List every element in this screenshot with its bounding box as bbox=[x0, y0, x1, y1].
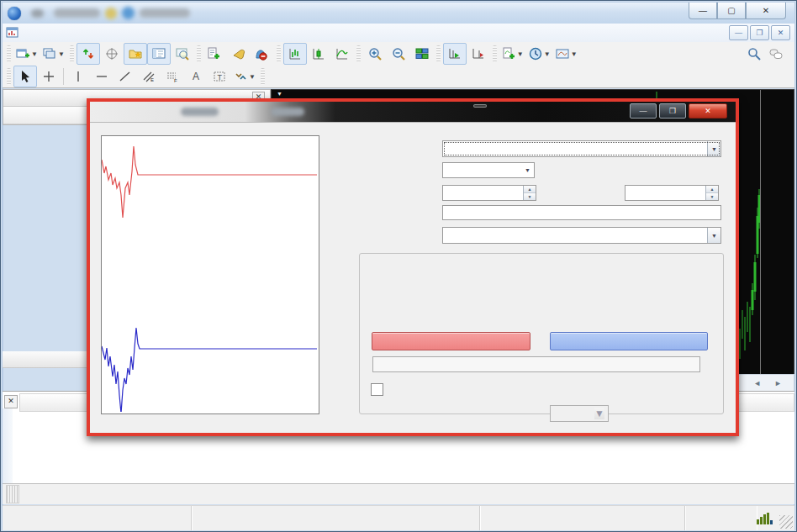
strategy-tester-button[interactable] bbox=[171, 43, 194, 65]
candlestick-chart-button[interactable] bbox=[307, 43, 330, 65]
mdi-restore-button[interactable]: ❐ bbox=[750, 25, 769, 40]
autotrading-button[interactable] bbox=[251, 43, 274, 65]
comment-input[interactable] bbox=[442, 205, 721, 220]
tick-chart bbox=[101, 135, 319, 414]
dialog-close-button[interactable]: ✕ bbox=[689, 103, 727, 119]
alert-horn-button[interactable] bbox=[227, 43, 251, 65]
toolbar-grip[interactable] bbox=[493, 45, 497, 62]
toolbar-grip[interactable] bbox=[356, 45, 361, 62]
redacted-text bbox=[181, 108, 219, 116]
fibonacci-tool-button[interactable]: F bbox=[161, 66, 184, 87]
toolbar-separator bbox=[63, 68, 64, 85]
cursor-tool-button[interactable] bbox=[13, 66, 37, 87]
mdi-window-controls: — ❐ ✕ bbox=[729, 25, 790, 40]
terminal-grip[interactable] bbox=[6, 485, 19, 503]
dialog-restore-button[interactable]: ❐ bbox=[659, 103, 686, 119]
buy-button[interactable] bbox=[550, 332, 708, 350]
standard-toolbar: ▼ ▼ ▼ ▼ ▼ bbox=[3, 42, 794, 66]
redacted-text bbox=[271, 108, 304, 116]
chart-window-label bbox=[473, 104, 487, 108]
market-watch-toggle-button[interactable] bbox=[77, 43, 100, 65]
periods-button[interactable]: ▼ bbox=[526, 43, 553, 65]
mdi-minimize-button[interactable]: — bbox=[729, 25, 748, 40]
deviation-checkbox-row bbox=[371, 383, 388, 396]
redacted-icon bbox=[122, 7, 135, 19]
scroll-right-icon[interactable]: ► bbox=[774, 379, 782, 387]
chart-shift-button[interactable] bbox=[467, 43, 490, 65]
toolbar-grip[interactable] bbox=[277, 45, 281, 62]
tile-windows-button[interactable] bbox=[410, 43, 434, 65]
toolbar-grip[interactable] bbox=[197, 45, 201, 62]
toolbar-grip[interactable] bbox=[261, 68, 265, 85]
drawing-toolbar: E F A T ▼ bbox=[3, 66, 794, 88]
mdi-close-button[interactable]: ✕ bbox=[771, 25, 790, 40]
chat-community-icon[interactable] bbox=[769, 47, 783, 61]
chevron-down-icon: ▼ bbox=[594, 408, 604, 419]
stop-loss-input[interactable]: ▲▼ bbox=[442, 185, 536, 201]
chart-window-icon bbox=[6, 26, 19, 40]
trendline-tool-button[interactable] bbox=[113, 66, 137, 87]
max-deviation-select[interactable]: ▼ bbox=[550, 405, 609, 422]
title-bar bbox=[3, 3, 794, 24]
stop-loss-spinner[interactable]: ▲▼ bbox=[523, 186, 536, 200]
bar-chart-button[interactable] bbox=[283, 43, 307, 65]
terminal-tabs-bar bbox=[3, 483, 794, 504]
chevron-down-icon[interactable]: ▼ bbox=[707, 141, 720, 156]
volume-select[interactable]: ▼ bbox=[442, 162, 535, 178]
new-order-button[interactable] bbox=[203, 43, 227, 65]
svg-text:E: E bbox=[150, 77, 154, 82]
status-chart-name bbox=[3, 506, 192, 530]
order-dialog: — ❐ ✕ ▼ ▼ bbox=[87, 98, 739, 436]
status-cell bbox=[685, 506, 757, 530]
order-dialog-titlebar[interactable]: — ❐ ✕ bbox=[90, 102, 736, 122]
arrows-tool-button[interactable]: ▼ bbox=[231, 66, 258, 87]
menu-bar: — ❐ ✕ bbox=[3, 24, 794, 43]
deviation-checkbox[interactable] bbox=[371, 383, 383, 396]
indicators-button[interactable]: ▼ bbox=[499, 43, 526, 65]
dialog-minimize-button[interactable]: — bbox=[630, 103, 657, 119]
sell-button[interactable] bbox=[372, 332, 530, 350]
new-chart-button[interactable]: ▼ bbox=[13, 43, 40, 65]
profiles-button[interactable]: ▼ bbox=[40, 43, 67, 65]
channel-tool-button[interactable]: E bbox=[137, 66, 161, 87]
toolbar-grip[interactable] bbox=[7, 68, 11, 85]
toolbar-grip[interactable] bbox=[436, 45, 441, 62]
chevron-down-icon[interactable]: ▼ bbox=[707, 228, 720, 243]
svg-text:A: A bbox=[193, 71, 199, 82]
tick-lines bbox=[102, 136, 317, 412]
price-scale[interactable] bbox=[760, 90, 796, 375]
text-tool-button[interactable]: A bbox=[184, 66, 208, 87]
close-button[interactable]: ✕ bbox=[746, 3, 786, 19]
window-controls: — ▢ ✕ bbox=[689, 3, 786, 19]
symbol-select[interactable]: ▼ bbox=[442, 140, 721, 157]
dialog-window-controls: — ❐ ✕ bbox=[630, 103, 727, 119]
take-profit-spinner[interactable]: ▲▼ bbox=[705, 186, 718, 200]
instant-execution-group: ▼ bbox=[359, 253, 724, 414]
templates-button[interactable]: ▼ bbox=[553, 43, 580, 65]
zoom-in-button[interactable] bbox=[363, 43, 387, 65]
search-icon[interactable] bbox=[747, 47, 761, 61]
close-terminal-icon[interactable]: ✕ bbox=[4, 395, 18, 408]
scroll-left-icon[interactable]: ◄ bbox=[753, 379, 761, 387]
resize-grip[interactable] bbox=[779, 515, 793, 529]
vertical-line-tool-button[interactable] bbox=[66, 66, 90, 87]
line-chart-button[interactable] bbox=[330, 43, 354, 65]
order-type-select[interactable]: ▼ bbox=[442, 227, 721, 244]
toolbar-grip[interactable] bbox=[70, 45, 74, 62]
result-field bbox=[372, 356, 700, 372]
auto-scroll-button[interactable] bbox=[443, 43, 467, 65]
zoom-out-button[interactable] bbox=[387, 43, 410, 65]
toolbar-grip[interactable] bbox=[7, 45, 11, 62]
favorites-folder-button[interactable] bbox=[124, 43, 147, 65]
minimize-button[interactable]: — bbox=[689, 3, 717, 19]
text-label-tool-button[interactable]: T bbox=[208, 66, 231, 87]
terminal-panel-button[interactable] bbox=[147, 43, 171, 65]
connection-status-icon bbox=[757, 513, 776, 524]
chevron-down-icon[interactable]: ▼ bbox=[521, 163, 534, 177]
navigator-toggle-button[interactable] bbox=[100, 43, 124, 65]
horizontal-line-tool-button[interactable] bbox=[90, 66, 113, 87]
crosshair-tool-button[interactable] bbox=[37, 66, 61, 87]
order-dialog-body: ▼ ▼ ▲▼ ▲▼ ▼ bbox=[90, 122, 736, 433]
maximize-button[interactable]: ▢ bbox=[717, 3, 746, 19]
take-profit-input[interactable]: ▲▼ bbox=[625, 185, 719, 201]
